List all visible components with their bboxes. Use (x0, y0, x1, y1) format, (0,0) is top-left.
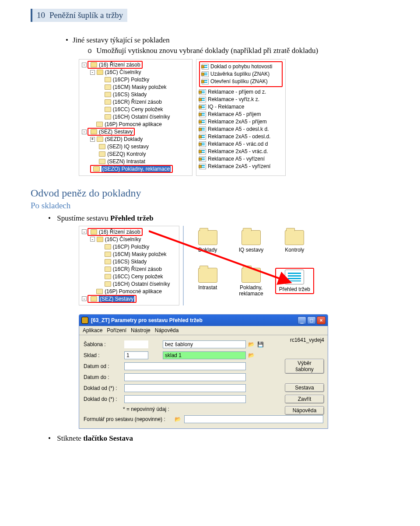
folder-icon (91, 62, 97, 67)
list-item[interactable]: Reklamace 2xA5 - vyřízení (199, 163, 283, 170)
report-icon (199, 149, 206, 154)
field-datum-od[interactable] (124, 362, 246, 370)
expand-icon[interactable]: + (90, 137, 95, 142)
folder-icon (105, 281, 111, 287)
list-item[interactable]: Reklamace A5 - vrác.od d (199, 140, 283, 148)
report-icon (202, 71, 209, 77)
screenshot-tree-reports: -(16) Řízení zásob -(16C) Číselníky (16C… (79, 59, 381, 176)
report-icon (202, 79, 209, 84)
folder-pokladny[interactable]: Pokladny, reklamace (231, 268, 270, 297)
expand-icon[interactable]: - (82, 296, 87, 301)
expand-icon[interactable]: - (82, 63, 87, 67)
report-icon (199, 141, 206, 147)
folder-icon (91, 129, 97, 134)
list-item[interactable]: Reklamace A5 - příjem (199, 111, 283, 118)
button-vyber-sablony[interactable]: Výběr šablony (285, 359, 324, 374)
folder-icon (91, 229, 97, 235)
report-icon (199, 97, 206, 102)
label-sklad: Sklad : (84, 352, 123, 358)
rc-label: rc1641_vydej4 (290, 337, 324, 343)
field-sablona-code[interactable] (124, 340, 148, 348)
list-item[interactable]: IQ - Reklamace (199, 103, 283, 111)
list-item[interactable]: Reklamace - příjem od z. (199, 88, 283, 96)
list-item[interactable]: Otevření šuplíku (ZNAK) (202, 78, 280, 85)
folder-kontroly[interactable]: Kontroly (275, 230, 314, 253)
list-item[interactable]: Reklamace - vyříz.k z. (199, 96, 283, 103)
page-header: 10Peněžní šuplík a tržby (31, 9, 127, 22)
field-doklad-od[interactable] (124, 384, 246, 392)
minimize-button[interactable]: _ (298, 316, 306, 324)
bullet-other-reports: Jiné sestavy týkající se pokladen (66, 35, 381, 46)
report-icon (199, 104, 206, 110)
field-sklad-name[interactable] (163, 351, 246, 359)
list-item[interactable]: Uzávěrka šuplíku (ZNAK) (202, 70, 280, 78)
folder-icon-grid: Doklady IQ sestavy Kontroly Intrastat Po… (183, 226, 318, 305)
expand-icon[interactable]: - (90, 70, 95, 75)
field-sablona[interactable] (163, 340, 246, 348)
folder-intrastat[interactable]: Intrastat (188, 268, 227, 291)
folder-icon (105, 252, 111, 257)
list-item[interactable]: Reklamace A5 - odesl.k d. (199, 126, 283, 133)
folder-iq[interactable]: IQ sestavy (231, 230, 270, 253)
folder-icon (105, 274, 111, 279)
screenshot-tree-icons: -(16) Řízení zásob -(16C) Číselníky (16C… (79, 226, 381, 305)
expand-icon[interactable]: - (82, 130, 87, 134)
report-icon (199, 112, 206, 117)
label-doklad-od: Doklad od (*) : (84, 385, 123, 391)
report-icon (202, 64, 209, 70)
menu-aplikace[interactable]: Aplikace (83, 327, 102, 333)
field-datum-do[interactable] (124, 373, 246, 381)
list-item[interactable]: Reklamace A5 - vyřízení (199, 155, 283, 163)
folder-icon (105, 77, 111, 82)
folder-doklady[interactable]: Doklady (188, 230, 227, 253)
save-icon[interactable]: 💾 (256, 341, 264, 348)
report-icon (199, 89, 206, 95)
report-icon (199, 126, 206, 132)
sub-bullet-reprint: oUmožňují vytisknou znovu vybrané doklad… (88, 46, 381, 56)
nav-tree-2[interactable]: -(16) Řízení zásob -(16C) Číselníky (16C… (79, 226, 179, 305)
heading-odvod: Odvod peněz do pokladny (31, 187, 381, 199)
button-napoveda[interactable]: Nápověda (285, 406, 324, 415)
folder-icon (97, 137, 103, 142)
folder-icon (96, 289, 103, 294)
dialog-parametry: [63_ZT] Parametry pro sestavu Přehled tr… (79, 314, 328, 429)
maximize-button[interactable]: □ (307, 316, 316, 324)
menu-napoveda[interactable]: Nápověda (155, 327, 179, 333)
folder-icon (91, 296, 97, 302)
list-item[interactable]: Reklamace 2xA5 - příjem (199, 118, 283, 126)
folder-icon (105, 99, 111, 105)
nav-tree[interactable]: -(16) Řízení zásob -(16C) Číselníky (16C… (79, 59, 192, 176)
button-sestava[interactable]: Sestava (285, 383, 324, 392)
titlebar[interactable]: [63_ZT] Parametry pro sestavu Přehled tr… (79, 315, 328, 326)
button-zavrit[interactable]: Zavřít (285, 395, 324, 403)
report-icon (199, 119, 206, 125)
open-icon[interactable]: 📂 (247, 352, 255, 359)
folder-icon (105, 114, 111, 119)
expand-icon[interactable]: - (82, 229, 87, 234)
list-item[interactable]: Doklad o pohybu hotovosti (202, 63, 280, 70)
report-list[interactable]: Doklad o pohybu hotovosti Uzávěrka šuplí… (196, 59, 286, 176)
close-button[interactable]: × (317, 316, 326, 324)
list-item[interactable]: Reklamace 2xA5 - odesl.d. (199, 133, 283, 140)
open-icon[interactable]: 📂 (174, 416, 182, 423)
form-area: Šablona : 📂 💾 Sklad : 📂 Datum od : Datum… (79, 335, 328, 428)
dialog-title: [63_ZT] Parametry pro sestavu Přehled tr… (91, 317, 203, 323)
field-formular[interactable] (184, 415, 323, 423)
folder-icon (96, 122, 103, 127)
folder-icon (99, 144, 105, 149)
folder-icon (105, 244, 111, 249)
folder-prehled-trzeb[interactable]: Přehled tržeb (275, 268, 314, 294)
label-doklad-do: Doklad do (*) : (84, 396, 123, 402)
open-icon[interactable]: 📂 (247, 341, 255, 348)
list-item[interactable]: Reklamace 2xA5 - vrác.d. (199, 148, 283, 155)
folder-icon (99, 159, 105, 164)
folder-icon (105, 84, 111, 90)
page-number: 10 (37, 11, 45, 20)
expand-icon[interactable]: - (90, 237, 95, 242)
menu-nastroje[interactable]: Nástroje (131, 327, 150, 333)
label-datum-od: Datum od : (84, 363, 123, 369)
field-sklad-code[interactable] (124, 351, 148, 359)
menu-porizeni[interactable]: Pořízení (107, 327, 126, 333)
menubar[interactable]: Aplikace Pořízení Nástroje Nápověda (79, 326, 328, 335)
field-doklad-do[interactable] (124, 395, 246, 403)
